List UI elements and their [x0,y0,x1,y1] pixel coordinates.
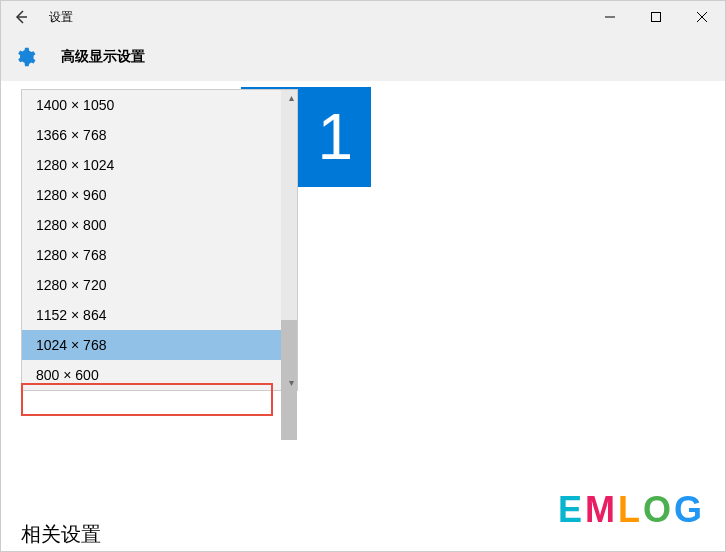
watermark-letter: M [585,489,618,530]
minimize-button[interactable] [587,1,633,33]
close-button[interactable] [679,1,725,33]
titlebar-left: 设置 [1,1,73,33]
watermark-logo: EMLOG [558,489,705,531]
window-title: 设置 [41,9,73,26]
resolution-option[interactable]: 1152 × 864 [22,300,297,330]
arrow-left-icon [13,9,29,25]
related-settings-title: 相关设置 [21,521,101,548]
resolution-option[interactable]: 1280 × 720 [22,270,297,300]
resolution-option[interactable]: 1280 × 1024 [22,150,297,180]
scrollbar-track[interactable]: ▴ ▾ [281,90,297,390]
svg-rect-0 [652,13,661,22]
minimize-icon [605,12,615,22]
resolution-option[interactable]: 800 × 600 [22,360,297,390]
scroll-down-icon[interactable]: ▾ [289,377,294,388]
maximize-icon [651,12,661,22]
gear-icon [13,45,37,69]
resolution-option[interactable]: 1366 × 768 [22,120,297,150]
watermark-letter: L [618,489,643,530]
watermark-letter: G [674,489,705,530]
watermark-letter: O [643,489,674,530]
watermark-letter: E [558,489,585,530]
resolution-dropdown[interactable]: ▴ ▾ 1400 × 1050 1366 × 768 1280 × 1024 1… [21,89,298,391]
close-icon [697,12,707,22]
titlebar-controls [587,1,725,33]
resolution-option[interactable]: 1400 × 1050 [22,90,297,120]
page-title: 高级显示设置 [61,48,145,66]
scroll-up-icon[interactable]: ▴ [289,92,294,103]
resolution-option-selected[interactable]: 1024 × 768 [22,330,297,360]
resolution-option[interactable]: 1280 × 800 [22,210,297,240]
resolution-option[interactable]: 1280 × 960 [22,180,297,210]
window-titlebar: 设置 [1,1,725,33]
resolution-option[interactable]: 1280 × 768 [22,240,297,270]
page-header: 高级显示设置 [1,33,725,81]
related-settings-section: 相关设置 颜色校准 [21,521,101,552]
display-number: 1 [317,100,353,174]
back-button[interactable] [1,1,41,33]
maximize-button[interactable] [633,1,679,33]
